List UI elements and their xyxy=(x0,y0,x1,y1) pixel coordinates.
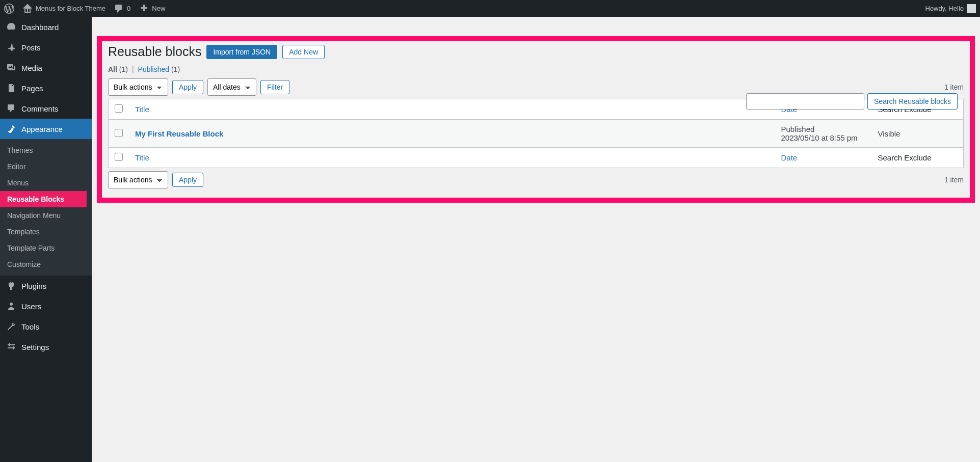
menu-comments[interactable]: Comments xyxy=(0,98,92,119)
row-search-exclude: Visible xyxy=(872,120,964,148)
media-icon xyxy=(6,63,16,73)
menu-comments-label: Comments xyxy=(21,104,59,113)
home-icon xyxy=(22,4,33,14)
table-row: My First Reusable Block Published 2023/0… xyxy=(109,120,964,148)
menu-plugins[interactable]: Plugins xyxy=(0,276,92,296)
content: Screen Options ▾ Reusable blocks Import … xyxy=(92,17,980,462)
plugin-icon xyxy=(6,281,16,291)
menu-pages[interactable]: Pages xyxy=(0,78,92,98)
howdy-user[interactable]: Howdy, Hello xyxy=(925,4,976,13)
menu-posts-label: Posts xyxy=(21,43,41,52)
filter-all[interactable]: All xyxy=(108,65,117,73)
menu-tools-label: Tools xyxy=(21,322,39,331)
menu-appearance[interactable]: Appearance xyxy=(0,119,92,139)
sliders-icon xyxy=(6,342,16,352)
pin-icon xyxy=(6,42,16,52)
wp-logo[interactable] xyxy=(4,4,14,14)
filter-published[interactable]: Published xyxy=(138,65,170,73)
import-json-button[interactable]: Import from JSON xyxy=(206,45,277,59)
add-new-button[interactable]: Add New xyxy=(282,45,325,59)
select-all-checkbox-top[interactable] xyxy=(115,104,123,113)
submenu-template-parts[interactable]: Template Parts xyxy=(0,240,92,256)
menu-media-label: Media xyxy=(21,64,42,72)
tf-date[interactable]: Date xyxy=(775,148,872,168)
bulk-actions-select-top[interactable]: Bulk actions xyxy=(108,78,168,96)
menu-plugins-label: Plugins xyxy=(21,282,46,290)
site-name[interactable]: Menus for Block Theme xyxy=(22,4,105,14)
page-title: Reusable blocks xyxy=(108,44,201,59)
item-count-bottom: 1 item xyxy=(944,176,964,184)
filter-button[interactable]: Filter xyxy=(260,80,289,94)
new-label: New xyxy=(152,5,165,12)
submenu-appearance: Themes Editor Menus Reusable Blocks Navi… xyxy=(0,139,92,276)
menu-media[interactable]: Media xyxy=(0,58,92,78)
avatar xyxy=(967,4,976,13)
menu-dashboard-label: Dashboard xyxy=(21,23,59,32)
wordpress-icon xyxy=(4,4,14,14)
submenu-reusable-blocks[interactable]: Reusable Blocks xyxy=(0,191,87,207)
menu-users[interactable]: Users xyxy=(0,296,92,316)
admin-sidebar: Dashboard Posts Media Pages Comments App… xyxy=(0,17,92,462)
bulk-actions-select-bottom[interactable]: Bulk actions xyxy=(108,171,168,188)
menu-tools[interactable]: Tools xyxy=(0,316,92,337)
tf-title[interactable]: Title xyxy=(129,148,775,168)
row-title-link[interactable]: My First Reusable Block xyxy=(135,129,223,138)
menu-settings-label: Settings xyxy=(21,343,49,351)
comment-icon xyxy=(114,4,124,14)
user-icon xyxy=(6,301,16,311)
menu-appearance-label: Appearance xyxy=(21,125,63,133)
apply-button-bottom[interactable]: Apply xyxy=(172,173,203,187)
comments-count[interactable]: 0 xyxy=(114,4,130,14)
menu-pages-label: Pages xyxy=(21,84,43,93)
menu-posts[interactable]: Posts xyxy=(0,37,92,58)
wrench-icon xyxy=(6,321,16,332)
tf-search-exclude: Search Exclude xyxy=(872,148,964,168)
status-filter: All (1) | Published (1) xyxy=(108,65,964,73)
howdy-label: Howdy, Hello xyxy=(925,5,964,12)
select-all-checkbox-bottom[interactable] xyxy=(115,153,123,161)
submenu-themes[interactable]: Themes xyxy=(0,142,92,158)
search-input[interactable] xyxy=(746,93,864,110)
row-date-status: Published xyxy=(781,125,815,133)
admin-bar: Menus for Block Theme 0 New Howdy, Hello xyxy=(0,0,980,17)
menu-dashboard[interactable]: Dashboard xyxy=(0,17,92,37)
submenu-customize[interactable]: Customize xyxy=(0,256,92,273)
dashboard-icon xyxy=(6,22,16,32)
menu-settings[interactable]: Settings xyxy=(0,337,92,357)
th-title[interactable]: Title xyxy=(129,99,775,120)
search-button[interactable]: Search Reusable blocks xyxy=(867,93,958,110)
submenu-templates[interactable]: Templates xyxy=(0,224,92,240)
brush-icon xyxy=(6,124,16,134)
submenu-navigation-menu[interactable]: Navigation Menu xyxy=(0,207,92,224)
highlight-box: Reusable blocks Import from JSON Add New… xyxy=(97,36,975,203)
plus-icon xyxy=(139,4,149,14)
filter-all-count: (1) xyxy=(119,65,128,73)
submenu-menus[interactable]: Menus xyxy=(0,175,92,191)
menu-users-label: Users xyxy=(21,302,41,311)
apply-button-top[interactable]: Apply xyxy=(172,80,203,94)
page-icon xyxy=(6,83,16,93)
comments-icon xyxy=(6,103,16,114)
comments-count-value: 0 xyxy=(127,5,130,12)
date-filter-select[interactable]: All dates xyxy=(207,78,256,96)
new-button[interactable]: New xyxy=(139,4,165,14)
item-count-top: 1 item xyxy=(944,83,964,91)
filter-published-count: (1) xyxy=(171,65,180,73)
row-checkbox[interactable] xyxy=(115,129,123,137)
submenu-editor[interactable]: Editor xyxy=(0,158,92,175)
row-date-value: 2023/05/10 at 8:55 pm xyxy=(781,133,858,142)
site-name-label: Menus for Block Theme xyxy=(36,5,105,12)
